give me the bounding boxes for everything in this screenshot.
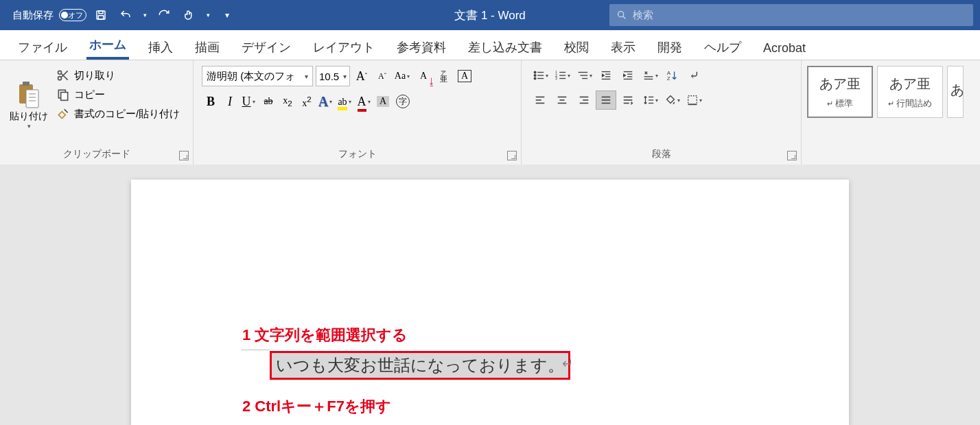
- style-normal[interactable]: あア亜 ↵ 標準: [807, 66, 873, 118]
- tab-mailings[interactable]: 差し込み文書: [465, 34, 545, 60]
- redo-button[interactable]: [154, 5, 174, 25]
- character-border-button[interactable]: A: [456, 66, 474, 86]
- paste-label: 貼り付け: [10, 110, 48, 123]
- save-button[interactable]: [91, 5, 111, 25]
- svg-point-19: [534, 75, 536, 77]
- character-shading-button[interactable]: A: [375, 92, 393, 111]
- numbering-button[interactable]: 123▾: [552, 66, 572, 85]
- text-direction-button[interactable]: ▾: [640, 66, 660, 85]
- search-input[interactable]: 検索: [609, 4, 973, 26]
- tab-view[interactable]: 表示: [608, 34, 638, 60]
- phonetic-guide-button[interactable]: ア亜: [435, 66, 453, 86]
- font-name-select[interactable]: 游明朝 (本文のフォ▾: [202, 66, 313, 86]
- group-font: 游明朝 (本文のフォ▾ 10.5▾ Aˆ Aˇ Aa▾ A⭳ ア亜 A B I …: [194, 60, 522, 165]
- change-case-button[interactable]: Aa▾: [394, 66, 412, 86]
- tab-references[interactable]: 参考資料: [394, 34, 449, 60]
- brush-icon: [56, 107, 70, 121]
- clear-formatting-button[interactable]: A⭳: [415, 66, 432, 86]
- align-left-button[interactable]: [530, 90, 550, 110]
- body-text[interactable]: いつも大変お世話になっております。: [272, 353, 568, 378]
- paragraph-mark-icon: ↵: [562, 355, 574, 372]
- group-font-label: フォント: [199, 145, 515, 165]
- cut-button[interactable]: 切り取り: [55, 67, 181, 84]
- svg-point-11: [58, 71, 62, 74]
- align-center-button[interactable]: [552, 90, 572, 110]
- enclose-characters-button[interactable]: 字: [394, 92, 412, 111]
- svg-point-12: [58, 77, 62, 80]
- page[interactable]: 1 文字列を範囲選択する いつも大変お世話になっております。 ↵ 2 Ctrlキ…: [131, 180, 849, 425]
- svg-rect-6: [23, 82, 30, 86]
- autosave-label: 自動保存: [12, 9, 54, 22]
- undo-more-icon[interactable]: ▾: [140, 5, 150, 25]
- tab-draw[interactable]: 描画: [192, 34, 222, 60]
- style-more[interactable]: あア亜: [947, 66, 964, 118]
- tab-home[interactable]: ホーム: [86, 31, 129, 60]
- ribbon: 貼り付け ▾ 切り取り コピー 書式のコピー/貼り付け クリップボード: [0, 60, 980, 165]
- paste-icon: [16, 80, 41, 110]
- bullets-button[interactable]: ▾: [530, 66, 550, 85]
- subscript-button[interactable]: x2: [279, 92, 296, 111]
- sort-button[interactable]: AZ: [662, 66, 682, 85]
- grow-font-button[interactable]: Aˆ: [353, 66, 371, 86]
- tab-developer[interactable]: 開発: [655, 34, 685, 60]
- line-spacing-button[interactable]: ▾: [640, 90, 660, 110]
- group-paragraph: ▾ 123▾ ▾ ▾ AZ ⤶ ▾ ▾ ▾ 段落: [522, 60, 802, 165]
- borders-button[interactable]: ▾: [684, 90, 704, 110]
- bold-button[interactable]: B: [202, 92, 220, 111]
- selection-highlight: いつも大変お世話になっております。: [270, 351, 570, 380]
- font-size-select[interactable]: 10.5▾: [316, 66, 350, 86]
- underline-button[interactable]: U▾: [240, 92, 258, 111]
- svg-rect-16: [61, 93, 68, 101]
- document-canvas[interactable]: 1 文字列を範囲選択する いつも大変お世話になっております。 ↵ 2 Ctrlキ…: [0, 165, 980, 425]
- svg-rect-62: [688, 96, 697, 105]
- svg-text:Z: Z: [667, 75, 670, 82]
- justify-button[interactable]: [596, 90, 616, 110]
- clipboard-dialog-launcher[interactable]: [179, 151, 189, 160]
- tab-acrobat[interactable]: Acrobat: [760, 36, 808, 60]
- tab-review[interactable]: 校閲: [561, 34, 592, 60]
- touch-more-icon[interactable]: ▾: [203, 5, 213, 25]
- italic-button[interactable]: I: [221, 92, 239, 111]
- paste-button[interactable]: 貼り付け ▾: [5, 64, 52, 145]
- show-marks-button[interactable]: ⤶: [684, 66, 704, 85]
- shrink-font-button[interactable]: Aˇ: [373, 66, 391, 86]
- touch-mode-button[interactable]: [178, 5, 199, 25]
- shading-button[interactable]: ▾: [662, 90, 682, 110]
- align-right-button[interactable]: [574, 90, 594, 110]
- title-bar: 自動保存 オフ ▾ ▾ ▾ 文書 1 - Word 検索: [0, 0, 980, 30]
- group-styles: あア亜 ↵ 標準 あア亜 ↵ 行間詰め あア亜: [802, 60, 980, 165]
- copy-label: コピー: [74, 88, 105, 101]
- tab-insert[interactable]: 挿入: [145, 34, 176, 60]
- style-no-spacing[interactable]: あア亜 ↵ 行間詰め: [877, 66, 943, 118]
- document-title: 文書 1 - Word: [454, 8, 526, 23]
- tab-design[interactable]: デザイン: [239, 34, 294, 60]
- margin-guide: [241, 350, 270, 350]
- tab-file[interactable]: ファイル: [15, 34, 70, 60]
- multilevel-list-button[interactable]: ▾: [574, 66, 594, 85]
- strikethrough-button[interactable]: ab: [259, 92, 277, 111]
- font-color-button[interactable]: A▾: [355, 92, 373, 111]
- highlight-button[interactable]: ab▾: [336, 92, 354, 111]
- svg-rect-7: [26, 90, 38, 108]
- svg-rect-2: [98, 16, 104, 19]
- format-painter-button[interactable]: 書式のコピー/貼り付け: [55, 106, 181, 122]
- text-effects-button[interactable]: A▾: [317, 92, 335, 111]
- paragraph-dialog-launcher[interactable]: [787, 151, 797, 160]
- search-icon: [616, 10, 627, 21]
- customize-qat-button[interactable]: ▾: [217, 5, 237, 25]
- distribute-button[interactable]: [618, 90, 638, 110]
- undo-button[interactable]: [115, 5, 136, 25]
- group-paragraph-label: 段落: [527, 145, 795, 165]
- search-placeholder: 検索: [633, 9, 653, 22]
- increase-indent-button[interactable]: [618, 66, 638, 85]
- tab-layout[interactable]: レイアウト: [310, 34, 377, 60]
- font-dialog-launcher[interactable]: [507, 151, 517, 160]
- decrease-indent-button[interactable]: [596, 66, 616, 85]
- ribbon-tabs: ファイル ホーム 挿入 描画 デザイン レイアウト 参考資料 差し込み文書 校閲…: [0, 30, 980, 60]
- svg-line-4: [623, 16, 626, 19]
- copy-button[interactable]: コピー: [55, 86, 181, 103]
- superscript-button[interactable]: x2: [298, 92, 316, 111]
- format-painter-label: 書式のコピー/貼り付け: [74, 108, 180, 121]
- autosave-toggle[interactable]: 自動保存 オフ: [12, 9, 86, 22]
- tab-help[interactable]: ヘルプ: [701, 34, 744, 60]
